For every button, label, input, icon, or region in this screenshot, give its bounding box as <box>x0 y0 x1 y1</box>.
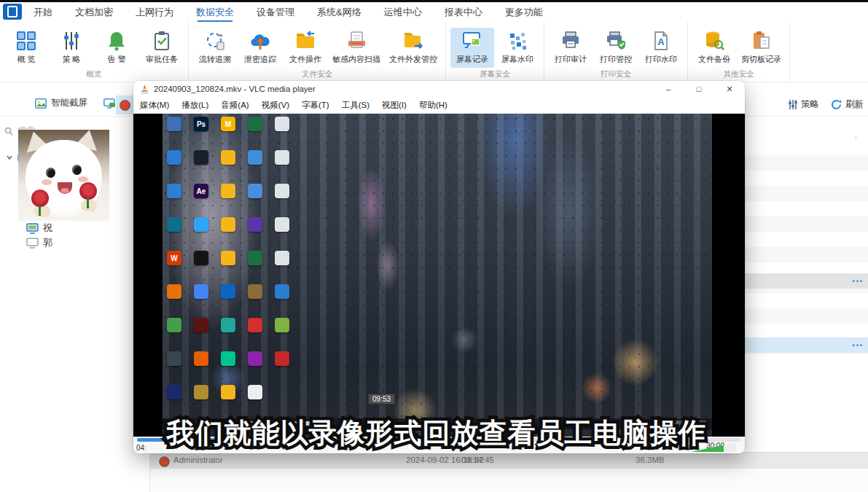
ribbon-item-screen-watermark[interactable]: 屏幕水印 <box>496 28 539 68</box>
desktop-icon <box>248 184 262 198</box>
desktop-icon <box>221 251 235 265</box>
vlc-menu-item[interactable]: 媒体(M) <box>140 100 169 111</box>
desktop-icon <box>167 318 181 332</box>
vlc-menu-item[interactable]: 播放(L) <box>181 100 208 111</box>
menu-tab[interactable]: 数据安全 <box>196 3 234 22</box>
menu-list: 开始文档加密上网行为数据安全设备管理系统&网络运维中心报表中心更多功能 <box>34 3 543 22</box>
vlc-menu-item[interactable]: 帮助(H) <box>419 100 447 111</box>
menu-tab[interactable]: 文档加密 <box>75 3 113 22</box>
monitor-online-icon <box>26 223 39 234</box>
menu-tab[interactable]: 开始 <box>34 3 52 22</box>
desktop-icon <box>248 318 262 332</box>
desktop-icon <box>248 217 262 232</box>
app-logo[interactable] <box>3 4 22 20</box>
picture-icon <box>35 98 47 109</box>
vlc-menu-item[interactable]: 视图(I) <box>382 100 407 111</box>
desktop-icon <box>167 351 181 366</box>
desktop-icon <box>194 351 208 366</box>
search-icon <box>4 127 13 136</box>
ribbon-item-leak-track[interactable]: 泄密追踪 <box>238 28 282 68</box>
desktop-icon <box>248 251 262 265</box>
desktop-icon <box>221 184 235 198</box>
desktop-icon <box>221 318 235 332</box>
desktop-icon: W <box>167 251 181 265</box>
panel-actions: 策略 刷新 <box>788 98 864 111</box>
ribbon-group-screen-security: 屏幕记录 屏幕水印 屏幕安全 <box>446 22 544 82</box>
chevron-down-icon[interactable] <box>6 154 13 161</box>
pixel-watermark-icon <box>507 30 528 52</box>
policy-button[interactable]: 策略 <box>788 98 819 111</box>
ribbon-item-print-watermark[interactable]: A 打印水印 <box>639 28 683 68</box>
vlc-video-area[interactable]: PsMAeW 09:53 <box>133 114 745 437</box>
database-search-icon <box>703 30 725 52</box>
vlc-title: 20240903_120824.mkv - VLC media player <box>154 85 316 93</box>
desktop-icon <box>275 150 289 165</box>
desktop-icon <box>248 385 262 399</box>
ribbon-item-screen-recording[interactable]: 屏幕记录 <box>450 28 494 68</box>
recording-duration: 00:14:45 <box>461 456 494 464</box>
close-button[interactable]: ✕ <box>714 81 745 97</box>
vlc-menu-item[interactable]: 音频(A) <box>221 100 249 111</box>
ribbon-item-approval-tasks[interactable]: 审批任务 <box>140 28 184 68</box>
tree-item-device[interactable]: 祝 <box>26 222 52 235</box>
ribbon-group-label: 其他安全 <box>689 68 788 82</box>
ribbon-item-policy[interactable]: 策 略 <box>50 28 93 68</box>
menu-tab[interactable]: 上网行为 <box>136 3 173 22</box>
device-tree-sidebar: 搜索 祝 郭 <box>0 117 150 492</box>
ribbon-item-overview[interactable]: 概 览 <box>4 28 48 68</box>
ribbon-group-label: 屏幕安全 <box>447 68 542 82</box>
vlc-menu-item[interactable]: 视频(V) <box>262 100 289 111</box>
desktop-icon <box>248 351 262 366</box>
menu-tab[interactable]: 更多功能 <box>505 3 543 22</box>
rose-icon <box>31 190 49 207</box>
ribbon: 概 览 策 略 告 警 审批任务 概览 流转追溯 <box>0 22 868 82</box>
desktop-icon <box>194 217 208 232</box>
tree-item-device[interactable]: 郭 <box>26 236 52 249</box>
ribbon-group-print-security: 打印审计 打印管控 A 打印水印 打印安全 <box>544 22 688 82</box>
menu-tab[interactable]: 运维中心 <box>384 3 422 22</box>
ribbon-item-clipboard-record[interactable]: 剪切板记录 <box>738 28 785 68</box>
ribbon-item-print-control[interactable]: 打印管控 <box>594 28 638 68</box>
minimize-button[interactable]: – <box>653 81 684 97</box>
ribbon-item-file-ops[interactable]: 文件操作 <box>284 28 327 68</box>
desktop-icon <box>221 284 235 299</box>
folder-send-icon <box>402 30 424 52</box>
desktop-icon: Ps <box>194 117 208 131</box>
refresh-button[interactable]: 刷新 <box>831 98 864 111</box>
monitor-offline-icon <box>26 238 39 249</box>
vlc-titlebar[interactable]: 20240903_120824.mkv - VLC media player –… <box>133 81 745 97</box>
app-menubar: 开始文档加密上网行为数据安全设备管理系统&网络运维中心报表中心更多功能 <box>0 2 868 22</box>
recorded-desktop-icons: PsMAeW <box>167 117 291 418</box>
menu-tab[interactable]: 系统&网络 <box>317 3 361 22</box>
ribbon-item-flow-trace[interactable]: 流转追溯 <box>193 28 237 68</box>
record-dot-icon <box>159 456 170 467</box>
desktop-icon <box>275 351 289 366</box>
grid-icon <box>15 30 37 52</box>
seek-tooltip: 09:53 <box>368 394 395 405</box>
desktop-icon <box>167 184 181 198</box>
desktop-icon <box>167 217 181 232</box>
row-more-icon[interactable]: ••• <box>853 278 864 285</box>
vlc-cone-icon <box>140 84 149 94</box>
ribbon-item-content-scan[interactable]: 敏感内容扫描 <box>329 28 384 68</box>
desktop-icon <box>248 284 262 299</box>
cat-eye <box>46 168 55 178</box>
menu-tab[interactable]: 设备管理 <box>257 3 294 22</box>
ribbon-group-label: 打印安全 <box>546 68 686 82</box>
table-row-recording[interactable]: Administrator 2024-09-02 16:16:42 00:14:… <box>149 452 868 469</box>
monitor-chat-icon <box>103 98 116 109</box>
ribbon-item-file-backup[interactable]: 文件备份 <box>692 28 736 68</box>
smart-screenshot-button[interactable]: 智能截屏 <box>35 97 87 109</box>
menu-tab[interactable]: 报表中心 <box>445 3 482 22</box>
row-more-icon[interactable]: ••• <box>853 342 864 349</box>
ribbon-item-print-audit[interactable]: 打印审计 <box>549 28 593 68</box>
desktop-icon <box>275 318 289 332</box>
desktop-icon <box>248 150 262 165</box>
vlc-menu-item[interactable]: 工具(S) <box>342 100 370 111</box>
ribbon-item-alerts[interactable]: 告 警 <box>95 28 138 68</box>
vlc-menu-item[interactable]: 字幕(T) <box>302 100 329 111</box>
ribbon-item-file-outgoing-control[interactable]: 文件外发管控 <box>386 28 441 68</box>
svg-text:A: A <box>657 36 665 47</box>
maximize-button[interactable]: □ <box>684 81 714 97</box>
clipboard-doc-icon <box>751 30 773 52</box>
